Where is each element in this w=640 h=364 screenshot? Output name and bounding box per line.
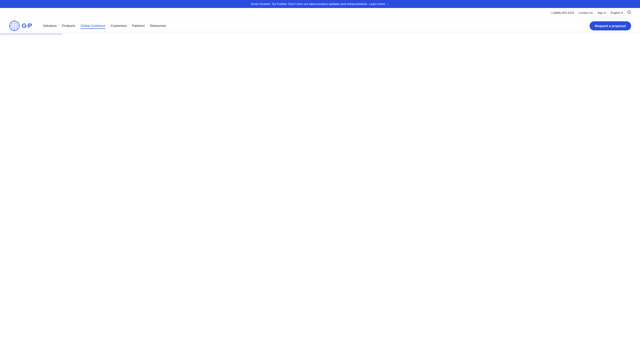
- nav-links: Solutions Products Global Guidance Custo…: [43, 23, 583, 29]
- nav-resources[interactable]: Resources: [150, 23, 166, 29]
- svg-line-12: [11, 28, 12, 29]
- main-nav: G·P Solutions Products Global Guidance C…: [0, 18, 640, 34]
- top-banner: Grow Smarter. Go Further. Don't miss our…: [0, 0, 640, 8]
- dropdown-right-panel: FOR COMPANIES Sta: [62, 34, 640, 34]
- svg-line-10: [17, 28, 18, 29]
- chevron-down-icon: ▾: [621, 11, 623, 14]
- nav-partners[interactable]: Partners: [132, 23, 145, 29]
- utility-bar: +1(888)-855-5328 Contact Us Sign In Engl…: [0, 8, 640, 18]
- nav-solutions[interactable]: Solutions: [43, 23, 57, 29]
- nav-customers[interactable]: Customers: [111, 23, 127, 29]
- svg-line-8: [17, 22, 18, 23]
- svg-line-1: [630, 13, 630, 14]
- logo-icon: [9, 20, 20, 31]
- logo-text: G·P: [22, 22, 32, 29]
- globalpedia-panel: 🇬🇧Kingdom 🇸🇬Singapore 🇦🇺Australia 🇬🇧King…: [0, 34, 62, 34]
- sign-in-link[interactable]: Sign In: [597, 11, 606, 14]
- contact-link[interactable]: Contact Us: [579, 11, 593, 14]
- request-proposal-button[interactable]: Request a proposal: [589, 21, 631, 30]
- language-label: English: [611, 11, 620, 14]
- svg-line-14: [11, 22, 12, 23]
- language-selector[interactable]: English ▾: [611, 11, 623, 14]
- nav-global-guidance[interactable]: Global Guidance: [80, 23, 105, 29]
- banner-link[interactable]: Learn more →: [369, 2, 389, 6]
- nav-products[interactable]: Products: [62, 23, 75, 29]
- search-button[interactable]: [627, 10, 631, 15]
- logo[interactable]: G·P: [9, 20, 32, 31]
- phone-number: +1(888)-855-5328: [551, 11, 574, 14]
- dropdown-left-panel: 🇬🇧Kingdom 🇸🇬Singapore 🇦🇺Australia 🇬🇧King…: [0, 34, 62, 34]
- global-guidance-dropdown: × 🇬🇧Kingdom 🇸🇬Singapore 🇦🇺Australia: [0, 34, 640, 34]
- banner-text: Grow Smarter. Go Further. Don't miss our…: [251, 2, 368, 6]
